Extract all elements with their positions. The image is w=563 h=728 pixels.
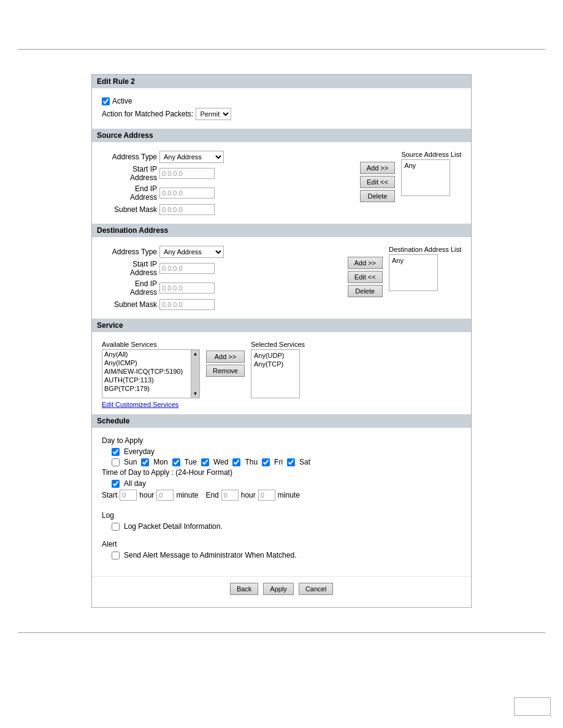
day-label: Day to Apply (102, 436, 143, 445)
time-inputs-row: Start hour minute End hour minute (102, 490, 461, 501)
source-edit-button[interactable]: Edit << (360, 176, 395, 188)
dest-address-header: Destination Address (92, 224, 471, 237)
end-minute-label: minute (278, 491, 300, 499)
source-list-area: Source Address List Any (401, 151, 461, 196)
available-services-label: Available Services (102, 341, 200, 348)
dest-subnet-input[interactable] (159, 299, 215, 310)
cancel-button[interactable]: Cancel (299, 583, 333, 595)
day-to-apply-row: Day to Apply (102, 436, 461, 445)
alert-checkbox[interactable] (112, 552, 120, 559)
selected-service-tcp: Any(TCP) (253, 360, 298, 368)
schedule-header: Schedule (92, 414, 471, 428)
selected-service-udp: Any(UDP) (253, 351, 298, 360)
scroll-down-icon: ▼ (193, 391, 198, 396)
source-add-button[interactable]: Add >> (360, 162, 395, 174)
back-button[interactable]: Back (230, 583, 258, 595)
source-address-list[interactable]: Any (401, 159, 450, 196)
all-day-row: All day (112, 479, 461, 488)
tue-label: Tue (185, 458, 197, 466)
log-checkbox[interactable] (112, 523, 120, 531)
dest-edit-button[interactable]: Edit << (348, 271, 383, 283)
source-end-ip-row: End IPAddress (102, 184, 354, 202)
source-address-section: Address Type Any Address Single Address … (92, 147, 471, 224)
sat-checkbox[interactable] (287, 458, 295, 466)
apply-button[interactable]: Apply (263, 583, 294, 595)
alert-checkbox-row: Send Alert Message to Administrator When… (112, 551, 461, 559)
dest-address-list[interactable]: Any (389, 254, 438, 291)
service-add-button[interactable]: Add >> (206, 351, 245, 363)
source-end-ip-input[interactable] (159, 188, 215, 199)
end-hour-input[interactable] (221, 490, 239, 501)
start-minute-input[interactable] (156, 490, 174, 501)
edit-rule-header: Edit Rule 2 (92, 75, 471, 88)
action-label: Action for Matched Packets: (102, 110, 193, 118)
dest-start-ip-label: Start IPAddress (102, 260, 157, 277)
dest-address-type-select[interactable]: Any Address Single Address Range Address… (159, 246, 224, 258)
dest-subnet-row: Subnet Mask (102, 299, 342, 310)
mon-label: Mon (153, 458, 167, 466)
bottom-rule (18, 632, 545, 633)
tue-checkbox[interactable] (172, 458, 180, 466)
alert-title: Alert (102, 540, 117, 548)
end-label: End (205, 491, 218, 499)
service-item-aim: AIM/NEW-ICQ(TCP:5190) (102, 367, 199, 376)
source-address-type-select[interactable]: Any Address Single Address Range Address… (159, 151, 224, 163)
source-address-title: Source Address (97, 131, 153, 140)
action-select[interactable]: Permit Deny (196, 108, 231, 120)
service-header: Service (92, 319, 471, 332)
service-remove-button[interactable]: Remove (206, 365, 245, 377)
source-list-label: Source Address List (401, 151, 461, 158)
fri-checkbox[interactable] (262, 458, 270, 466)
source-address-header: Source Address (92, 129, 471, 142)
service-item-bgp: BGP(TCP:179) (102, 384, 199, 393)
dest-delete-button[interactable]: Delete (348, 285, 383, 297)
dest-type-row: Address Type Any Address Single Address … (102, 246, 342, 258)
dest-add-button[interactable]: Add >> (348, 257, 383, 269)
source-type-row: Address Type Any Address Single Address … (102, 151, 354, 163)
allday-checkbox[interactable] (112, 480, 120, 488)
service-item-any-icmp: Any(ICMP) (102, 358, 199, 367)
available-services-list[interactable]: Any(All) Any(ICMP) AIM/NEW-ICQ(TCP:5190)… (102, 349, 200, 398)
available-services-area: Available Services Any(All) Any(ICMP) AI… (102, 341, 200, 408)
source-subnet-label: Subnet Mask (102, 205, 157, 214)
mon-checkbox[interactable] (141, 458, 149, 466)
service-scroll[interactable]: ▲ ▼ (191, 350, 199, 398)
alert-header-row: Alert (102, 540, 461, 548)
source-type-label: Address Type (102, 153, 157, 161)
dest-address-title: Destination Address (97, 226, 168, 235)
thu-checkbox[interactable] (232, 458, 240, 466)
bottom-buttons-area: Back Apply Cancel (92, 576, 471, 595)
dest-buttons: Add >> Edit << Delete (348, 257, 383, 297)
dest-address-section: Address Type Any Address Single Address … (92, 242, 471, 319)
service-section: Available Services Any(All) Any(ICMP) AI… (92, 337, 471, 414)
dest-end-ip-input[interactable] (159, 282, 215, 294)
selected-services-label: Selected Services (251, 341, 305, 348)
end-minute-input[interactable] (258, 490, 275, 501)
source-subnet-input[interactable] (159, 204, 215, 215)
source-end-ip-label: End IPAddress (102, 184, 157, 202)
selected-services-list[interactable]: Any(UDP) Any(TCP) (251, 349, 300, 398)
schedule-title: Schedule (97, 417, 129, 425)
wed-checkbox[interactable] (201, 458, 209, 466)
source-start-ip-input[interactable] (159, 168, 215, 179)
sun-checkbox[interactable] (112, 458, 120, 466)
sat-label: Sat (299, 458, 310, 466)
source-delete-button[interactable]: Delete (360, 190, 395, 202)
dest-start-ip-row: Start IPAddress (102, 260, 342, 277)
start-label: Start (102, 491, 117, 499)
schedule-section: Day to Apply Everyday Sun Mon Tue Wed Th… (92, 433, 471, 509)
active-checkbox[interactable] (102, 97, 110, 105)
everyday-checkbox[interactable] (112, 448, 120, 456)
start-hour-input[interactable] (120, 490, 137, 501)
active-row: Active (102, 97, 461, 105)
dest-start-ip-input[interactable] (159, 263, 215, 274)
log-checkbox-row: Log Packet Detail Information. (112, 522, 461, 531)
service-item-auth: AUTH(TCP:113) (102, 376, 199, 384)
page-title: Edit Rule 2 (97, 77, 135, 86)
dest-list-item-any: Any (391, 256, 436, 265)
source-subnet-row: Subnet Mask (102, 204, 354, 215)
action-row: Action for Matched Packets: Permit Deny (102, 108, 461, 120)
edit-customized-services-link[interactable]: Edit Customized Services (102, 401, 200, 408)
log-title: Log (102, 511, 114, 520)
wed-label: Wed (213, 458, 228, 466)
